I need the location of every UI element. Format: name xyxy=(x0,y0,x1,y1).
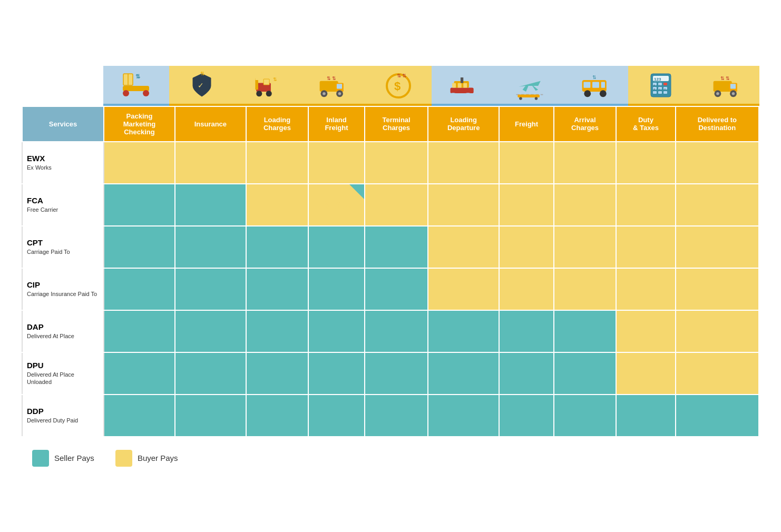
cell-cip-9 xyxy=(676,268,759,310)
cell-cpt-6 xyxy=(499,226,554,268)
svg-text:⇅: ⇅ xyxy=(273,77,277,82)
service-label-cpt: CPTCarriage Paid To xyxy=(22,226,104,268)
svg-point-21 xyxy=(338,92,341,95)
svg-point-66 xyxy=(716,92,719,95)
legend-seller: Seller Pays xyxy=(32,450,94,467)
svg-rect-64 xyxy=(730,84,736,88)
main-container: ⇅ ✓ ⇅ xyxy=(22,66,759,467)
cell-ewx-2 xyxy=(246,142,308,184)
cell-fca-2 xyxy=(246,184,308,226)
cell-fca-1 xyxy=(175,184,246,226)
cell-ddp-0 xyxy=(104,395,175,437)
cell-cpt-4 xyxy=(365,226,428,268)
cell-ewx-6 xyxy=(499,142,554,184)
header-freight: Freight xyxy=(499,106,554,142)
cell-ewx-0 xyxy=(104,142,175,184)
cell-cip-0 xyxy=(104,268,175,310)
svg-rect-40 xyxy=(592,82,599,88)
svg-text:123: 123 xyxy=(654,77,661,82)
inco-table: Services PackingMarketingChecking Insura… xyxy=(22,106,759,437)
cell-ewx-5 xyxy=(428,142,499,184)
svg-text:=: = xyxy=(664,87,666,91)
cell-fca-4 xyxy=(365,184,428,226)
svg-point-43 xyxy=(600,90,607,97)
cell-dpu-5 xyxy=(428,352,499,395)
svg-text:⇅: ⇅ xyxy=(327,76,331,81)
cell-dap-2 xyxy=(246,310,308,352)
icon-terminal-charges: $ ⇅ ⇅ xyxy=(366,66,432,106)
cell-cip-5 xyxy=(428,268,499,310)
cell-cip-6 xyxy=(499,268,554,310)
svg-rect-62 xyxy=(713,81,731,92)
cell-ddp-3 xyxy=(308,395,365,437)
svg-rect-50 xyxy=(663,83,667,85)
cell-dap-1 xyxy=(175,310,246,352)
cell-ewx-7 xyxy=(554,142,616,184)
icon-loading-charges: ⇅ xyxy=(235,66,300,106)
icon-loading-departure xyxy=(432,66,497,106)
service-label-ewx: EWXEx Works xyxy=(22,142,104,184)
cell-fca-7 xyxy=(554,184,616,226)
cell-cip-1 xyxy=(175,268,246,310)
cell-dap-0 xyxy=(104,310,175,352)
table-row: EWXEx Works xyxy=(22,142,759,184)
svg-text:$: $ xyxy=(394,80,401,93)
icon-freight xyxy=(497,66,563,106)
table-row: CIPCarriage Insurance Paid To xyxy=(22,268,759,310)
svg-rect-41 xyxy=(601,82,604,88)
cell-dap-9 xyxy=(676,310,759,352)
header-services: Services xyxy=(22,106,104,142)
svg-point-68 xyxy=(731,92,735,95)
header-terminal-charges: TerminalCharges xyxy=(365,106,428,142)
header-insurance: Insurance xyxy=(175,106,246,142)
svg-rect-39 xyxy=(583,82,590,88)
cell-cpt-9 xyxy=(676,226,759,268)
cell-cpt-0 xyxy=(104,226,175,268)
icon-empty xyxy=(22,66,103,106)
header-arrival-charges: ArrivalCharges xyxy=(554,106,616,142)
svg-text:⇅: ⇅ xyxy=(725,76,729,81)
svg-point-19 xyxy=(323,92,326,95)
table-row: DDPDelivered Duty Paid xyxy=(22,395,759,437)
service-label-dap: DAPDelivered At Place xyxy=(22,310,104,352)
legend-buyer-box xyxy=(115,450,132,467)
cell-ddp-6 xyxy=(499,395,554,437)
svg-text:⇅: ⇅ xyxy=(592,75,597,80)
cell-ddp-1 xyxy=(175,395,246,437)
svg-text:-: - xyxy=(659,83,660,86)
cell-fca-5 xyxy=(428,184,499,226)
cell-dpu-4 xyxy=(365,352,428,395)
cell-cip-3 xyxy=(308,268,365,310)
svg-point-42 xyxy=(584,90,591,97)
svg-point-12 xyxy=(266,91,272,96)
cell-dap-3 xyxy=(308,310,365,352)
cell-dpu-8 xyxy=(616,352,676,395)
svg-point-36 xyxy=(519,97,522,100)
icon-row: ⇅ ✓ ⇅ xyxy=(22,66,759,106)
cell-ddp-5 xyxy=(428,395,499,437)
cell-dap-5 xyxy=(428,310,499,352)
cell-ewx-4 xyxy=(365,142,428,184)
cell-ddp-4 xyxy=(365,395,428,437)
svg-rect-28 xyxy=(450,87,473,93)
cell-cip-2 xyxy=(246,268,308,310)
icon-packing: ⇅ xyxy=(103,66,169,106)
header-packing: PackingMarketingChecking xyxy=(104,106,175,142)
svg-rect-56 xyxy=(663,91,667,94)
legend-buyer: Buyer Pays xyxy=(115,450,178,467)
cell-dpu-9 xyxy=(676,352,759,395)
cell-cip-7 xyxy=(554,268,616,310)
svg-text:⇅: ⇅ xyxy=(200,71,204,76)
header-inland-freight: InlandFreight xyxy=(308,106,365,142)
icon-duty-taxes: 123 + - × ÷ = xyxy=(628,66,694,106)
cell-ddp-2 xyxy=(246,395,308,437)
cell-dap-7 xyxy=(554,310,616,352)
cell-fca-9 xyxy=(676,184,759,226)
svg-text:×: × xyxy=(653,87,656,91)
icon-delivered: ⇅ ⇅ xyxy=(694,66,760,106)
service-label-ddp: DDPDelivered Duty Paid xyxy=(22,395,104,437)
legend-seller-box xyxy=(32,450,49,467)
svg-point-37 xyxy=(535,97,538,100)
cell-ddp-8 xyxy=(616,395,676,437)
svg-text:⇅: ⇅ xyxy=(402,73,406,78)
